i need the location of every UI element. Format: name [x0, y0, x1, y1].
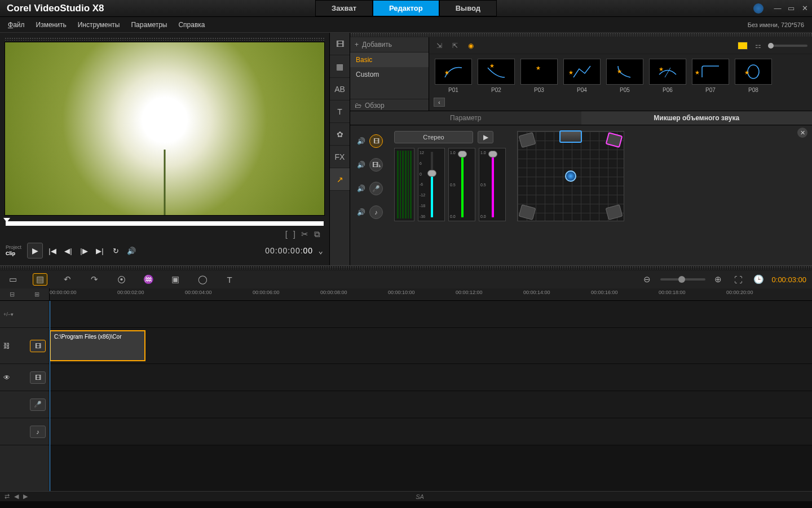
tab-surround-mixer[interactable]: Микшер объемного звука [581, 111, 813, 125]
video-track-selector[interactable]: 🎞 [369, 134, 383, 148]
music-track-header[interactable]: ♪ [0, 418, 49, 445]
undo-button[interactable]: ↶ [60, 273, 74, 286]
browse-button[interactable]: 🗁Обзор [350, 99, 429, 112]
preset-p03[interactable]: ★P03 [520, 59, 558, 93]
preset-p08[interactable]: ★P08 [735, 59, 772, 93]
video-clip[interactable]: C:\Program Files (x86)\Cor [50, 330, 145, 361]
category-custom[interactable]: Custom [350, 67, 429, 82]
add-track-header[interactable]: +/−▾ [0, 301, 49, 328]
close-mixer-button[interactable]: ✕ [797, 128, 807, 138]
track-motion-button[interactable]: ◯ [195, 273, 210, 286]
preset-p02[interactable]: ★P02 [478, 59, 515, 93]
mute-video-icon[interactable]: 🔊 [356, 136, 366, 146]
menu-params[interactable]: Параметры [131, 21, 167, 29]
record-button[interactable]: ⦿ [114, 273, 129, 286]
voice-track-selector[interactable]: 🎤 [369, 182, 383, 195]
text-tab-button[interactable]: T [330, 100, 350, 123]
track-visibility-icon[interactable]: 👁 [3, 374, 10, 382]
redo-button[interactable]: ↷ [87, 273, 102, 286]
panel-grip[interactable] [5, 37, 325, 41]
voice-lane[interactable] [50, 391, 812, 418]
export-icon[interactable]: ⇱ [449, 40, 461, 51]
mute-overlay-icon[interactable]: 🔊 [356, 160, 366, 170]
audio-button[interactable]: ♒ [141, 273, 156, 286]
music-track-selector[interactable]: ♪ [369, 205, 383, 219]
preview-viewport[interactable] [5, 42, 325, 216]
volume-button[interactable]: 🔊 [125, 244, 138, 257]
storyboard-view-button[interactable]: ▭ [6, 273, 20, 286]
collapse-tracks-icon[interactable]: ⊟ [10, 291, 15, 298]
mark-out-button[interactable]: ] [293, 229, 295, 239]
menu-help[interactable]: Справка [178, 21, 205, 29]
preset-p04[interactable]: ★P04 [563, 59, 601, 93]
menu-edit[interactable]: Изменить [36, 21, 67, 29]
track-link-icon[interactable]: ⛓ [3, 342, 10, 350]
panel-grip[interactable] [0, 266, 812, 269]
sub-fader[interactable]: 1.00.50.0 [479, 148, 506, 221]
snapshot-button[interactable]: ⧉ [314, 229, 320, 239]
mixer-play-button[interactable]: ▶ [478, 131, 493, 143]
category-basic[interactable]: Basic [350, 52, 429, 67]
zoom-out-button[interactable]: ⊖ [640, 273, 655, 286]
menu-tools[interactable]: Инструменты [78, 21, 120, 29]
preset-p07[interactable]: ★P07 [692, 59, 729, 93]
mute-voice-icon[interactable]: 🔊 [356, 183, 366, 194]
track-lanes[interactable]: C:\Program Files (x86)\Cor [50, 301, 812, 491]
scroll-right-icon[interactable]: ▶ [23, 493, 28, 500]
tab-parameter[interactable]: Параметр [350, 111, 581, 125]
surround-position-handle[interactable] [565, 170, 576, 182]
goto-end-button[interactable]: ▶| [94, 244, 106, 257]
preview-timecode[interactable]: 00:00:00:00 ⌄ [265, 246, 324, 255]
media-tab-button[interactable]: 🎞 [330, 33, 350, 55]
titles-tab-button[interactable]: AB [330, 78, 350, 100]
goto-start-button[interactable]: |◀ [46, 244, 59, 257]
overlay-track-selector[interactable]: 🎞₁ [369, 158, 383, 172]
zoom-slider[interactable] [660, 278, 705, 281]
subtitle-button[interactable]: T [222, 273, 237, 286]
thumb-size-slider[interactable] [768, 45, 807, 47]
next-frame-button[interactable]: |▶ [78, 244, 90, 257]
menu-file[interactable]: Файл [8, 21, 25, 29]
timeline-view-button[interactable]: ▤ [33, 273, 47, 286]
expand-tracks-icon[interactable]: ⊞ [34, 291, 39, 298]
graphics-tab-button[interactable]: ✿ [330, 123, 350, 146]
scroll-left-button[interactable]: ‹ [434, 98, 445, 107]
playhead[interactable] [50, 301, 50, 491]
preset-p06[interactable]: ★P06 [649, 59, 686, 93]
overlay-track-header[interactable]: 👁🎞 [0, 364, 49, 391]
minimize-button[interactable]: — [774, 5, 782, 12]
paths-tab-button[interactable]: ↗ [330, 168, 350, 191]
panel-grip[interactable] [350, 33, 812, 36]
main-fader[interactable]: 1260-6-12-18-36 [418, 148, 445, 221]
fx-tab-button[interactable]: FX [330, 146, 350, 168]
tab-capture[interactable]: Захват [315, 0, 373, 16]
prev-frame-button[interactable]: ◀| [62, 244, 74, 257]
import-icon[interactable]: ⇲ [434, 40, 445, 51]
overlay-lane[interactable] [50, 364, 812, 391]
loop-button[interactable]: ↻ [109, 244, 122, 257]
mark-in-button[interactable]: [ [285, 229, 288, 239]
maximize-button[interactable]: ▭ [787, 5, 795, 12]
voice-track-header[interactable]: 🎤 [0, 391, 49, 418]
preview-mode-toggle[interactable]: Project Clip [6, 244, 21, 257]
close-button[interactable]: ✕ [801, 5, 809, 12]
scrub-handle-icon[interactable] [3, 218, 10, 222]
video-lane[interactable]: C:\Program Files (x86)\Cor [50, 328, 812, 364]
marker-lane[interactable] [50, 301, 812, 328]
time-ruler[interactable]: 00:00:00:00 00:00:02:00 00:00:04:00 00:0… [50, 288, 812, 300]
transitions-tab-button[interactable]: ▦ [330, 55, 350, 78]
preview-scrubber[interactable] [6, 221, 324, 226]
play-button[interactable]: ▶ [27, 243, 43, 259]
mute-music-icon[interactable]: 🔊 [356, 207, 366, 217]
scroll-left-icon[interactable]: ◀ [14, 493, 19, 500]
zoom-in-button[interactable]: ⊕ [711, 273, 726, 286]
video-track-header[interactable]: ⛓🎞 [0, 328, 49, 364]
split-button[interactable]: ✂ [301, 229, 308, 239]
center-fader[interactable]: 1.00.50.0 [448, 148, 475, 221]
updates-icon[interactable] [753, 3, 764, 14]
list-view-button[interactable]: ⚏ [752, 40, 764, 51]
add-category-button[interactable]: +Добавить [350, 37, 429, 52]
preset-p01[interactable]: ★P01 [435, 59, 472, 93]
surround-field[interactable] [517, 131, 624, 221]
chapter-button[interactable]: ▣ [168, 273, 183, 286]
